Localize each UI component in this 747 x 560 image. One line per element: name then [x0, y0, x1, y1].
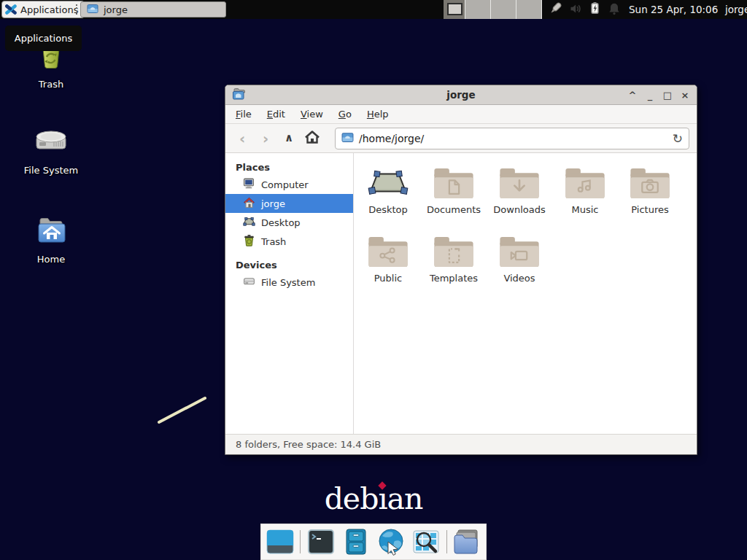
- desktop-icon-label: Home: [37, 254, 65, 265]
- drive-mini-icon: [243, 275, 255, 289]
- workspace-pager[interactable]: [444, 0, 542, 19]
- sidebar-item-file-system[interactable]: File System: [225, 273, 353, 292]
- system-tray: [549, 0, 621, 19]
- file-tile-templates[interactable]: Templates: [421, 233, 487, 296]
- volume-icon[interactable]: [569, 2, 582, 18]
- directory-menu-launcher[interactable]: [452, 526, 482, 557]
- tablet-stylus-icon[interactable]: [549, 1, 562, 18]
- workspace-window-thumb: [447, 3, 462, 15]
- file-tile-downloads[interactable]: Downloads: [487, 165, 552, 228]
- debian-logo: debıan: [0, 481, 747, 516]
- dock-separator: [300, 530, 301, 553]
- file-tile-videos[interactable]: Videos: [487, 233, 552, 296]
- window-titlebar[interactable]: jorge ^ _ □ ×: [225, 85, 697, 105]
- path-bar[interactable]: /home/jorge/ ↻: [335, 128, 689, 149]
- trash-mini-icon: [243, 234, 255, 249]
- show-desktop-button[interactable]: [265, 526, 295, 557]
- home-icon: [243, 196, 255, 211]
- web-browser-launcher[interactable]: [376, 526, 406, 557]
- path-input[interactable]: /home/jorge/: [359, 133, 667, 144]
- taskbar-window-button[interactable]: jorge: [80, 1, 226, 18]
- pictures-folder-icon: [630, 165, 670, 200]
- desktop-icon-label: File System: [24, 165, 78, 176]
- statusbar-text: 8 folders, Free space: 14.4 GiB: [236, 439, 381, 450]
- menu-go[interactable]: Go: [338, 109, 352, 120]
- file-tile-documents[interactable]: Documents: [421, 165, 487, 228]
- dock-separator: [446, 530, 447, 553]
- workspace-4[interactable]: [516, 0, 542, 19]
- panel-clock[interactable]: Sun 25 Apr, 10:06: [629, 0, 718, 19]
- taskbar-window-label: jorge: [104, 4, 128, 15]
- downloads-folder-icon: [500, 165, 539, 200]
- home-button[interactable]: [303, 130, 322, 147]
- templates-folder-icon: [434, 233, 473, 268]
- menubar: File Edit View Go Help: [225, 105, 697, 124]
- file-tile-public[interactable]: Public: [355, 233, 421, 296]
- battery-charging-icon[interactable]: [589, 1, 601, 18]
- public-folder-icon: [368, 233, 408, 268]
- desktop-icon-label: Trash: [39, 79, 63, 90]
- applications-menu-button[interactable]: Applications: [1, 1, 85, 18]
- file-manager-launcher[interactable]: [341, 526, 371, 557]
- workspace-2[interactable]: [465, 0, 491, 19]
- path-folder-icon: [341, 132, 354, 145]
- file-tile-music[interactable]: Music: [552, 165, 618, 228]
- music-folder-icon: [565, 165, 605, 200]
- file-icon-view[interactable]: Desktop Docume: [354, 153, 697, 434]
- dock-panel: [260, 524, 487, 560]
- drive-icon: [34, 124, 68, 160]
- shade-button[interactable]: ^: [627, 90, 638, 101]
- reload-button[interactable]: ↻: [673, 131, 683, 146]
- application-finder-launcher[interactable]: [411, 526, 441, 557]
- minimize-button[interactable]: _: [644, 90, 656, 101]
- menu-file[interactable]: File: [236, 109, 252, 120]
- toolbar: ‹ › ∧ /home/jorge/ ↻: [225, 124, 697, 153]
- workspace-1[interactable]: [444, 0, 465, 19]
- desktop-stray-line: [153, 392, 213, 427]
- statusbar: 8 folders, Free space: 14.4 GiB: [225, 434, 697, 454]
- up-button[interactable]: ∧: [279, 133, 298, 144]
- applications-menu-label: Applications: [20, 4, 78, 15]
- menu-view[interactable]: View: [301, 109, 323, 120]
- folder-icon: [87, 4, 98, 16]
- notification-bell-icon[interactable]: [608, 2, 621, 18]
- panel-username[interactable]: jorge: [725, 0, 747, 19]
- desktop: Applications jorge: [0, 0, 747, 560]
- top-panel: Applications jorge: [0, 0, 747, 19]
- menu-edit[interactable]: Edit: [267, 109, 285, 120]
- maximize-button[interactable]: □: [662, 90, 673, 101]
- terminal-launcher[interactable]: [306, 526, 336, 557]
- desktop-icon-home[interactable]: Home: [13, 213, 89, 265]
- applications-tooltip: Applications: [5, 26, 82, 51]
- sidebar-item-jorge[interactable]: jorge: [225, 194, 353, 213]
- desktop-mini-icon: [243, 215, 255, 230]
- menu-help[interactable]: Help: [367, 109, 389, 120]
- desktop-icon-file-system[interactable]: File System: [13, 124, 89, 176]
- home-folder-icon: [34, 213, 68, 249]
- sidebar-header-places: Places: [225, 159, 353, 175]
- workspace-3[interactable]: [491, 0, 516, 19]
- forward-button[interactable]: ›: [256, 131, 275, 146]
- sidebar-item-desktop[interactable]: Desktop: [225, 213, 353, 232]
- file-tile-pictures[interactable]: Pictures: [617, 165, 683, 228]
- xfce-applications-icon: [5, 4, 17, 15]
- sidebar-item-computer[interactable]: Computer: [225, 175, 353, 194]
- computer-icon: [243, 177, 255, 192]
- sidebar-item-trash[interactable]: Trash: [225, 232, 353, 251]
- sidebar: Places Computer: [225, 153, 354, 434]
- file-manager-window: jorge ^ _ □ × File Edit View Go Help ‹ ›…: [225, 85, 697, 455]
- desktop-folder-icon: [368, 165, 409, 200]
- panel-handle[interactable]: [76, 4, 78, 15]
- back-button[interactable]: ‹: [233, 131, 252, 146]
- videos-folder-icon: [500, 233, 539, 268]
- documents-folder-icon: [434, 165, 473, 200]
- sidebar-header-devices: Devices: [225, 257, 353, 273]
- file-tile-desktop[interactable]: Desktop: [355, 165, 421, 228]
- close-button[interactable]: ×: [679, 90, 691, 101]
